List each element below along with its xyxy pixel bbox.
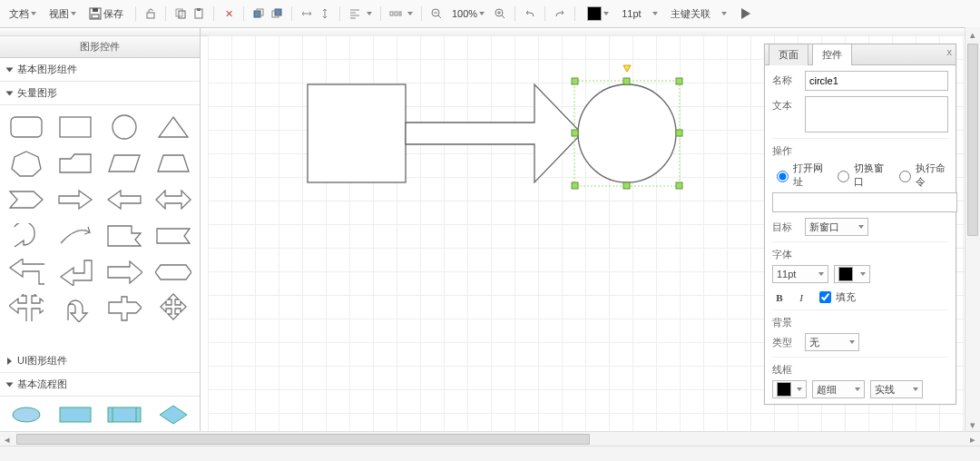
tab-page[interactable]: 页面 — [769, 44, 808, 65]
svg-rect-29 — [676, 130, 682, 136]
shape-rect[interactable] — [55, 111, 95, 143]
shape-u-turn[interactable] — [55, 292, 95, 325]
shape-step-right[interactable] — [104, 220, 144, 252]
shape-triangle[interactable] — [153, 111, 193, 143]
shape-chevron-right[interactable] — [6, 183, 46, 216]
drawn-arrow[interactable] — [406, 84, 582, 182]
shape-arrow-left[interactable] — [104, 183, 144, 216]
shape-curve-arrow[interactable] — [55, 220, 95, 252]
target-select[interactable]: 新窗口 — [805, 218, 868, 236]
fill-checkbox[interactable]: 填充 — [816, 289, 856, 306]
section-vector-shapes[interactable]: 矢量图形 — [0, 82, 200, 105]
key-assoc-select[interactable]: 主键关联 — [667, 7, 730, 21]
distribute-icon[interactable] — [389, 7, 402, 20]
radio-switch-window[interactable]: 切换窗口 — [833, 162, 887, 189]
zoom-in-icon[interactable] — [494, 7, 506, 20]
section-basic-flow[interactable]: 基本流程图 — [0, 373, 200, 397]
border-weight-select[interactable]: 超细 — [812, 380, 865, 398]
shape-banner[interactable] — [153, 220, 193, 252]
scroll-right-icon[interactable]: ▸ — [965, 432, 980, 446]
zoom-level[interactable]: 100% — [448, 8, 488, 19]
italic-button[interactable]: I — [794, 292, 808, 303]
scroll-down-icon[interactable]: ▾ — [965, 417, 980, 432]
shape-return-arrow[interactable] — [6, 220, 46, 252]
label-text: 文本 — [772, 96, 799, 113]
font-color-select[interactable] — [834, 265, 870, 283]
text-input[interactable] — [805, 96, 948, 132]
svg-rect-18 — [60, 117, 91, 137]
shape-T-split[interactable] — [6, 292, 46, 325]
shape-circle[interactable] — [104, 111, 144, 143]
shape-arrow-right[interactable] — [55, 183, 95, 216]
svg-point-19 — [113, 115, 136, 139]
scroll-up-icon[interactable]: ▴ — [965, 27, 980, 42]
distribute-dropdown-icon[interactable] — [407, 12, 413, 15]
separator — [135, 6, 136, 21]
font-size-select[interactable]: 11pt — [618, 8, 661, 19]
menu-doc[interactable]: 文档 — [5, 7, 40, 21]
tab-widget[interactable]: 控件 — [812, 44, 852, 65]
redo-icon[interactable] — [554, 7, 566, 20]
unlock-icon[interactable] — [144, 7, 157, 20]
menu-view[interactable]: 视图 — [45, 7, 80, 21]
scroll-left-icon[interactable]: ◂ — [0, 432, 15, 446]
scrollbar-thumb[interactable] — [967, 44, 978, 236]
label-name: 名称 — [772, 71, 799, 87]
shape-trapezoid[interactable] — [153, 147, 193, 180]
shape-folder[interactable] — [55, 147, 95, 180]
border-color-select[interactable] — [772, 380, 807, 398]
svg-rect-25 — [572, 78, 578, 84]
play-button[interactable] — [741, 8, 750, 19]
radio-exec-cmd[interactable]: 执行命令 — [895, 162, 948, 189]
shape-ribbon[interactable] — [153, 256, 193, 289]
caret-down-icon — [479, 12, 485, 15]
shape-L-left[interactable] — [55, 256, 95, 289]
shape-rounded-rect[interactable] — [6, 111, 46, 143]
save-button[interactable]: 保存 — [85, 7, 127, 21]
delete-icon[interactable]: ✕ — [222, 7, 235, 20]
rotate-handle[interactable] — [623, 65, 631, 72]
paste-icon[interactable] — [192, 7, 205, 20]
copy-icon[interactable] — [174, 7, 187, 20]
drawn-square[interactable] — [308, 84, 406, 182]
shape-signpost[interactable] — [104, 292, 144, 325]
fill-color-picker[interactable] — [583, 6, 612, 21]
vertical-scrollbar[interactable]: ▴ ▾ — [965, 27, 980, 432]
scrollbar-thumb[interactable] — [16, 434, 590, 445]
url-input[interactable] — [772, 192, 957, 212]
zoom-out-icon[interactable] — [430, 7, 443, 20]
flow-terminator[interactable] — [6, 402, 46, 427]
shape-4-arrows[interactable] — [153, 292, 193, 325]
section-ui-shapes[interactable]: UI图形组件 — [0, 349, 200, 373]
fit-height-icon[interactable] — [318, 7, 331, 20]
bg-type-select[interactable]: 无 — [805, 333, 859, 351]
shape-parallelogram[interactable] — [104, 147, 144, 180]
save-icon — [89, 7, 102, 20]
shape-L-up-left[interactable] — [6, 256, 46, 289]
fit-width-icon[interactable] — [300, 7, 313, 20]
border-style-select[interactable]: 实线 — [870, 380, 923, 398]
font-size-select[interactable]: 11pt — [772, 265, 828, 283]
undo-icon[interactable] — [524, 7, 536, 20]
color-swatch-icon — [838, 267, 853, 281]
drawn-circle[interactable] — [578, 84, 676, 182]
align-dropdown-icon[interactable] — [367, 12, 372, 15]
shape-heptagon[interactable] — [6, 147, 46, 180]
close-icon[interactable]: x — [947, 46, 953, 57]
section-basic-shapes[interactable]: 基本图形组件 — [0, 58, 200, 82]
shape-block-arrow[interactable] — [104, 256, 144, 289]
radio-open-url[interactable]: 打开网址 — [772, 162, 826, 189]
bold-button[interactable]: B — [772, 292, 787, 303]
flow-predefined[interactable] — [104, 402, 144, 427]
flow-decision[interactable] — [153, 402, 193, 427]
flow-process[interactable] — [55, 402, 95, 427]
bring-front-icon[interactable] — [252, 7, 265, 20]
svg-rect-30 — [572, 182, 578, 189]
send-back-icon[interactable] — [270, 7, 283, 20]
svg-rect-12 — [390, 12, 393, 15]
name-input[interactable] — [805, 71, 948, 91]
caret-down-icon — [603, 12, 609, 15]
align-left-icon[interactable] — [348, 7, 361, 20]
horizontal-scrollbar[interactable]: ◂ ▸ — [0, 431, 980, 446]
shape-arrow-both[interactable] — [153, 183, 193, 216]
